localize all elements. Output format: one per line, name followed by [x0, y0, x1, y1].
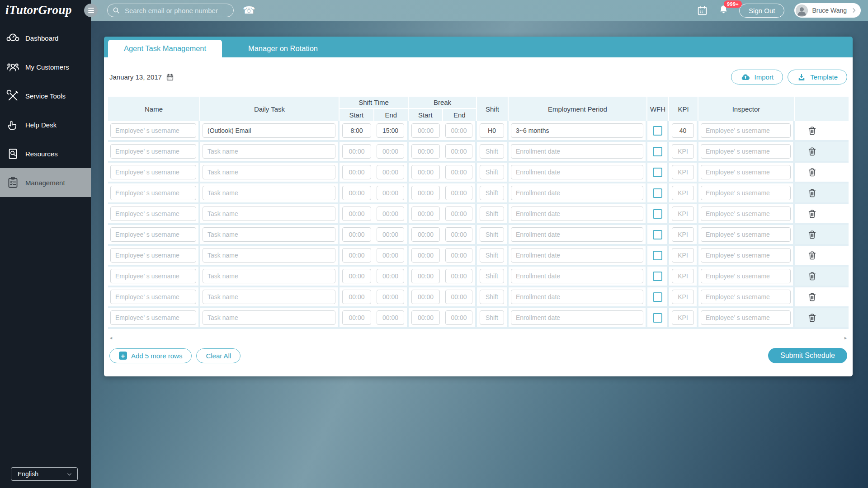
delete-row-icon[interactable]: [807, 271, 817, 282]
inspector-input[interactable]: [701, 123, 791, 138]
hscroll-right-arrow[interactable]: ►: [844, 336, 848, 340]
name-input[interactable]: [110, 248, 196, 263]
daily-task-input[interactable]: [203, 144, 335, 159]
employment-period-input[interactable]: [511, 165, 643, 179]
delete-row-icon[interactable]: [807, 209, 817, 219]
shift-start-input[interactable]: [342, 227, 371, 242]
employment-period-input[interactable]: [511, 269, 643, 283]
shift-start-input[interactable]: [342, 123, 371, 138]
wfh-checkbox[interactable]: [653, 313, 662, 323]
inspector-input[interactable]: [701, 248, 791, 263]
daily-task-input[interactable]: [203, 248, 335, 263]
kpi-input[interactable]: [672, 227, 694, 242]
sign-out-button[interactable]: Sign Out: [739, 4, 784, 18]
hamburger-menu-icon[interactable]: [84, 4, 98, 17]
tab-manager-on-rotation[interactable]: Manager on Rotation: [222, 40, 344, 57]
kpi-input[interactable]: [672, 269, 694, 283]
delete-row-icon[interactable]: [807, 313, 817, 323]
calendar-topbar-icon[interactable]: [697, 5, 708, 16]
break-end-input[interactable]: [445, 290, 472, 304]
shift-end-input[interactable]: [377, 186, 404, 200]
delete-row-icon[interactable]: [807, 188, 817, 198]
inspector-input[interactable]: [701, 227, 791, 242]
inspector-input[interactable]: [701, 290, 791, 304]
employment-period-input[interactable]: [511, 144, 643, 159]
wfh-checkbox[interactable]: [653, 230, 662, 239]
shift-end-input[interactable]: [377, 269, 404, 283]
kpi-input[interactable]: [672, 165, 694, 179]
daily-task-input[interactable]: [203, 123, 335, 138]
employment-period-input[interactable]: [511, 206, 643, 221]
break-end-input[interactable]: [445, 310, 472, 325]
clear-all-button[interactable]: Clear All: [196, 348, 241, 363]
add-rows-button[interactable]: + Add 5 more rows: [109, 348, 192, 363]
shift-input[interactable]: [480, 123, 504, 138]
shift-end-input[interactable]: [377, 206, 404, 221]
shift-input[interactable]: [480, 144, 504, 159]
sidebar-item-resources[interactable]: Resources: [0, 139, 91, 168]
name-input[interactable]: [110, 144, 196, 159]
notifications-bell[interactable]: 999+: [718, 4, 729, 17]
break-end-input[interactable]: [445, 269, 472, 283]
employment-period-input[interactable]: [511, 123, 643, 138]
shift-end-input[interactable]: [377, 144, 404, 159]
daily-task-input[interactable]: [203, 290, 335, 304]
name-input[interactable]: [110, 206, 196, 221]
shift-start-input[interactable]: [342, 248, 371, 263]
shift-input[interactable]: [480, 186, 504, 200]
name-input[interactable]: [110, 310, 196, 325]
import-button[interactable]: Import: [731, 70, 783, 84]
shift-input[interactable]: [480, 206, 504, 221]
inspector-input[interactable]: [701, 310, 791, 325]
break-end-input[interactable]: [445, 165, 472, 179]
sidebar-item-service-tools[interactable]: Service Tools: [0, 81, 91, 110]
shift-input[interactable]: [480, 227, 504, 242]
break-start-input[interactable]: [411, 165, 440, 179]
daily-task-input[interactable]: [203, 206, 335, 221]
kpi-input[interactable]: [672, 248, 694, 263]
shift-end-input[interactable]: [377, 310, 404, 325]
template-button[interactable]: Template: [788, 70, 847, 84]
shift-start-input[interactable]: [342, 310, 371, 325]
phone-icon[interactable]: ☎: [243, 5, 255, 15]
shift-start-input[interactable]: [342, 186, 371, 200]
wfh-checkbox[interactable]: [653, 272, 662, 281]
break-end-input[interactable]: [445, 227, 472, 242]
delete-row-icon[interactable]: [807, 146, 817, 157]
shift-end-input[interactable]: [377, 227, 404, 242]
inspector-input[interactable]: [701, 186, 791, 200]
break-start-input[interactable]: [411, 269, 440, 283]
sidebar-item-help-desk[interactable]: Help Desk: [0, 110, 91, 139]
employment-period-input[interactable]: [511, 248, 643, 263]
user-menu[interactable]: Bruce Wang: [794, 3, 861, 18]
break-end-input[interactable]: [445, 248, 472, 263]
delete-row-icon[interactable]: [807, 126, 817, 136]
sidebar-item-dashboard[interactable]: Dashboard: [0, 23, 91, 52]
date-picker-calendar-icon[interactable]: [166, 73, 174, 81]
break-start-input[interactable]: [411, 144, 440, 159]
inspector-input[interactable]: [701, 206, 791, 221]
break-start-input[interactable]: [411, 186, 440, 200]
sidebar-item-my-customers[interactable]: My Customers: [0, 52, 91, 81]
shift-input[interactable]: [480, 310, 504, 325]
name-input[interactable]: [110, 269, 196, 283]
break-end-input[interactable]: [445, 144, 472, 159]
language-selector[interactable]: English: [11, 467, 78, 481]
daily-task-input[interactable]: [203, 269, 335, 283]
sidebar-item-management[interactable]: Management: [0, 168, 91, 197]
delete-row-icon[interactable]: [807, 250, 817, 261]
employment-period-input[interactable]: [511, 186, 643, 200]
name-input[interactable]: [110, 186, 196, 200]
wfh-checkbox[interactable]: [653, 209, 662, 219]
delete-row-icon[interactable]: [807, 230, 817, 240]
wfh-checkbox[interactable]: [653, 251, 662, 260]
shift-input[interactable]: [480, 165, 504, 179]
inspector-input[interactable]: [701, 165, 791, 179]
wfh-checkbox[interactable]: [653, 188, 662, 198]
shift-start-input[interactable]: [342, 206, 371, 221]
name-input[interactable]: [110, 123, 196, 138]
break-end-input[interactable]: [445, 186, 472, 200]
kpi-input[interactable]: [672, 290, 694, 304]
break-end-input[interactable]: [445, 123, 472, 138]
shift-input[interactable]: [480, 269, 504, 283]
